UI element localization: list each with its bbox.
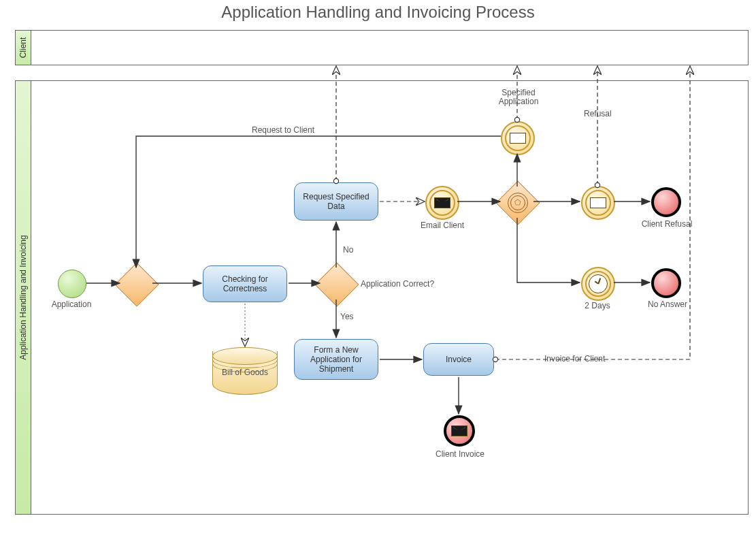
pool-client: Client bbox=[15, 30, 749, 65]
task-request-specified-data-label: Request Specified Data bbox=[297, 192, 375, 211]
datastore-bill-of-goods-label: Bill of Goods bbox=[219, 368, 271, 377]
event-timer-2days-label: 2 Days bbox=[582, 301, 612, 310]
end-event-client-refusal-label: Client Refusal bbox=[640, 219, 694, 229]
end-event-client-invoice bbox=[444, 415, 475, 447]
event-timer-2days bbox=[581, 267, 615, 301]
task-form-shipment-label: Form a New Application for Shipment bbox=[297, 345, 375, 374]
gateway-decision bbox=[321, 269, 352, 300]
gateway-merge bbox=[121, 269, 152, 300]
event-email-client-label: Email Client bbox=[418, 221, 466, 230]
edge-label-no: No bbox=[343, 245, 353, 255]
event-email-client bbox=[425, 186, 459, 220]
task-invoice-label: Invoice bbox=[446, 355, 472, 364]
task-invoice: Invoice bbox=[423, 343, 494, 376]
end-event-no-answer-label: No Answer bbox=[645, 300, 690, 309]
edge-label-specified-application: Specified Application bbox=[493, 88, 544, 106]
diagram-title: Application Handling and Invoicing Proce… bbox=[0, 3, 756, 22]
gateway-decision-label: Application Correct? bbox=[361, 279, 434, 289]
task-request-specified-data: Request Specified Data bbox=[294, 182, 378, 221]
gateway-event-based: ⬠ bbox=[502, 187, 533, 219]
start-event-label: Application bbox=[51, 300, 92, 309]
event-specified-application bbox=[501, 121, 535, 155]
end-event-no-answer bbox=[651, 268, 681, 298]
edge-label-request-to-client: Request to Client bbox=[252, 125, 314, 135]
start-event bbox=[58, 270, 86, 298]
end-event-client-refusal bbox=[651, 187, 681, 217]
end-event-client-invoice-label: Client Invoice bbox=[433, 449, 487, 459]
pool-main-header: Application Handling and Invoicing bbox=[16, 81, 31, 514]
event-refusal-message bbox=[581, 186, 615, 220]
task-check-correctness: Checking for Correctness bbox=[203, 265, 287, 302]
edge-label-yes: Yes bbox=[340, 312, 354, 321]
edge-label-invoice-for-client: Invoice for Client bbox=[544, 354, 605, 364]
diagram-canvas: Application Handling and Invoicing Proce… bbox=[0, 0, 756, 533]
task-check-correctness-label: Checking for Correctness bbox=[206, 274, 284, 293]
pool-main-label: Application Handling and Invoicing bbox=[18, 235, 28, 359]
pool-client-header: Client bbox=[16, 31, 31, 65]
task-form-shipment: Form a New Application for Shipment bbox=[294, 339, 378, 380]
pool-client-label: Client bbox=[18, 37, 28, 59]
edge-label-refusal: Refusal bbox=[584, 109, 612, 118]
